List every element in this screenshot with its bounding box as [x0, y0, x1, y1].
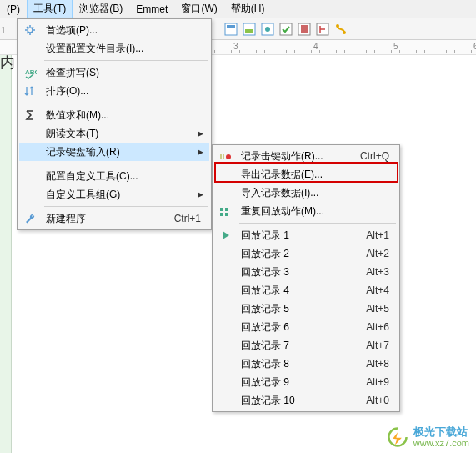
menu-item-shortcut: Alt+6: [366, 321, 394, 333]
tools-menu: 首选项(P)...设置配置文件目录(I)...ABC检查拼写(S)排序(O)..…: [17, 18, 212, 230]
menubar-item[interactable]: 工具(T): [27, 0, 73, 18]
svg-point-16: [226, 154, 231, 159]
watermark-url: www.xz7.com: [413, 438, 469, 448]
menu-item[interactable]: 回放记录 8Alt+8: [214, 355, 398, 373]
menu-item-label: 回放记录 8: [236, 357, 366, 371]
menu-item[interactable]: 回放记录 2Alt+2: [214, 244, 398, 263]
menu-item-shortcut: Alt+1: [366, 229, 394, 241]
ruler-mark: 5: [393, 42, 398, 51]
menu-item[interactable]: 回放记录 4Alt+4: [214, 281, 398, 299]
menu-item-label: 回放记录 3: [236, 265, 366, 279]
menu-item-shortcut: Alt+8: [366, 358, 394, 370]
svg-rect-15: [223, 154, 224, 159]
menu-item-label: 重复回放动作(M)...: [236, 204, 389, 219]
menu-item[interactable]: ABC检查拼写(S): [19, 63, 209, 82]
menu-item-shortcut: Alt+0: [366, 395, 394, 406]
toolbar-btn-3[interactable]: [259, 21, 276, 38]
menu-item-label: 排序(O)...: [41, 84, 201, 98]
svg-point-10: [336, 24, 339, 28]
menubar-item[interactable]: 窗口(W): [174, 0, 223, 18]
menu-item-label: 回放记录 2: [236, 247, 366, 261]
gutter: [0, 55, 12, 453]
menu-item-shortcut: Alt+5: [366, 303, 394, 315]
menu-item-shortcut: Ctrl+Q: [360, 150, 394, 162]
submenu-arrow-icon: ▶: [198, 129, 206, 138]
menu-item[interactable]: 重复回放动作(M)...: [214, 202, 398, 220]
menu-item[interactable]: 排序(O)...: [19, 82, 209, 100]
menu-item[interactable]: 导入记录数据(I)...: [214, 184, 398, 202]
svg-rect-1: [227, 25, 235, 28]
repeat-icon: [214, 204, 236, 218]
menu-item[interactable]: 回放记录 5Alt+5: [214, 299, 398, 318]
svg-text:ABC: ABC: [25, 68, 37, 76]
svg-rect-20: [225, 213, 228, 216]
svg-rect-8: [301, 25, 308, 33]
menu-item[interactable]: 回放记录 3Alt+3: [214, 263, 398, 281]
menu-separator: [44, 60, 208, 61]
gear-icon: [19, 23, 41, 37]
menu-item[interactable]: 新建程序Ctrl+1: [19, 209, 209, 228]
menu-item-label: 回放记录 10: [236, 394, 366, 408]
menubar-item[interactable]: Emmet: [129, 1, 174, 18]
menu-item-label: 朗读文本(T): [41, 127, 193, 141]
menu-item-label: 回放记录 9: [236, 375, 366, 390]
menu-item-label: 新建程序: [41, 212, 174, 226]
menubar: (P)工具(T)浏览器(B)Emmet窗口(W)帮助(H): [0, 0, 476, 18]
menubar-item[interactable]: 浏览器(B): [73, 0, 129, 18]
svg-point-12: [28, 28, 33, 33]
menu-item[interactable]: 记录击键动作(R)...Ctrl+Q: [214, 147, 398, 165]
menu-item[interactable]: 记录键盘输入(R)▶: [19, 143, 209, 161]
menu-item-label: 自定义工具组(G): [41, 188, 193, 202]
toolbar-btn-2[interactable]: [241, 21, 258, 38]
menu-item[interactable]: 设置配置文件目录(I)...: [19, 39, 209, 58]
wrench-icon: [19, 212, 41, 225]
menu-item[interactable]: 首选项(P)...: [19, 21, 209, 39]
svg-rect-17: [220, 208, 223, 211]
menu-item[interactable]: 回放记录 7Alt+7: [214, 336, 398, 355]
menu-item[interactable]: 回放记录 6Alt+6: [214, 318, 398, 336]
menu-item-label: 回放记录 4: [236, 284, 366, 298]
menu-item-label: 检查拼写(S): [41, 66, 201, 80]
play-icon: [214, 229, 236, 242]
editor-text-fragment: 内: [0, 53, 15, 73]
record-keyboard-submenu: 记录击键动作(R)...Ctrl+Q导出记录数据(E)...导入记录数据(I).…: [212, 144, 400, 412]
spellcheck-icon: ABC: [19, 66, 41, 79]
toolbar-btn-5[interactable]: [296, 21, 313, 38]
toolbar-btn-7[interactable]: [333, 21, 349, 38]
toolbar-btn-1[interactable]: [223, 21, 239, 38]
menu-separator: [239, 223, 396, 224]
svg-rect-14: [220, 154, 222, 159]
ruler-mark: 3: [233, 42, 238, 51]
menu-item-shortcut: Ctrl+1: [174, 213, 206, 224]
menu-item-label: 回放记录 6: [236, 320, 366, 335]
menu-item[interactable]: 配置自定义工具(C)...: [19, 167, 209, 185]
submenu-arrow-icon: ▶: [198, 190, 206, 199]
sort-icon: [19, 84, 41, 98]
menubar-item[interactable]: 帮助(H): [224, 0, 272, 18]
svg-point-5: [265, 27, 270, 32]
menu-item-label: 回放记录 1: [236, 229, 366, 243]
svg-rect-19: [225, 208, 228, 211]
line-number: 1: [1, 26, 6, 35]
menu-item[interactable]: 导出记录数据(E)...: [214, 165, 398, 184]
svg-rect-3: [245, 29, 253, 33]
toolbar-btn-4[interactable]: [278, 21, 294, 38]
menu-item[interactable]: 回放记录 10Alt+0: [214, 391, 398, 410]
menu-item-label: 首选项(P)...: [41, 23, 201, 38]
ruler-mark: 4: [313, 42, 318, 51]
menu-item[interactable]: 朗读文本(T)▶: [19, 124, 209, 143]
svg-point-11: [343, 31, 346, 34]
menu-item-label: 回放记录 7: [236, 339, 366, 353]
toolbar-btn-6[interactable]: [314, 21, 331, 38]
menu-item[interactable]: 回放记录 1Alt+1: [214, 226, 398, 244]
watermark: 极光下载站 www.xz7.com: [387, 426, 469, 448]
menu-item[interactable]: 自定义工具组(G)▶: [19, 185, 209, 204]
menu-item-label: 导出记录数据(E)...: [236, 168, 389, 182]
menu-item-label: 记录击键动作(R)...: [236, 149, 360, 164]
menu-item[interactable]: 回放记录 9Alt+9: [214, 373, 398, 391]
menu-item-shortcut: Alt+9: [366, 376, 394, 388]
menu-item[interactable]: 数值求和(M)...: [19, 106, 209, 124]
menu-item-shortcut: Alt+4: [366, 284, 394, 296]
menubar-item[interactable]: (P): [0, 1, 27, 18]
menu-item-label: 设置配置文件目录(I)...: [41, 42, 201, 56]
